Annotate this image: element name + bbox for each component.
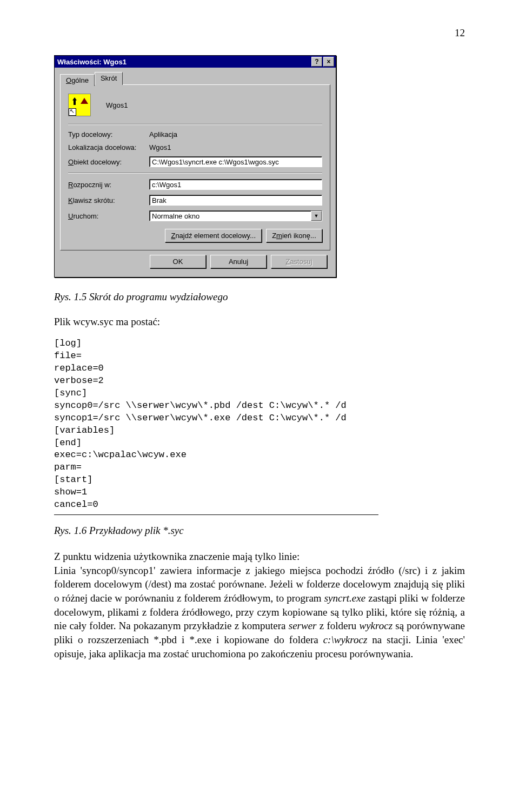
shortcut-overlay-icon bbox=[69, 108, 76, 116]
divider bbox=[68, 124, 322, 125]
app-icon bbox=[68, 94, 91, 116]
properties-dialog-screenshot: Właściwości: Wgos1 ? × Ogólne Skrót Wgos… bbox=[54, 55, 465, 278]
app-name-label: Wgos1 bbox=[106, 101, 128, 109]
intro-line: Plik wcyw.syc ma postać: bbox=[54, 316, 465, 328]
tab-panel-shortcut: Wgos1 Typ docelowy: Aplikacja Lokalizacj… bbox=[60, 84, 330, 250]
target-location-value: Wgos1 bbox=[149, 143, 171, 151]
start-in-label: Rozpocznij w: bbox=[68, 181, 149, 189]
target-object-label: Obiekt docelowy: bbox=[68, 158, 149, 166]
target-type-label: Typ docelowy: bbox=[68, 130, 149, 138]
close-button[interactable]: × bbox=[323, 57, 334, 67]
change-icon-button[interactable]: Zmień ikonę... bbox=[266, 229, 322, 242]
window-title: Właściwości: Wgos1 bbox=[56, 58, 310, 66]
target-object-input[interactable] bbox=[149, 156, 322, 167]
figure-caption-1-6: Rys. 1.6 Przykładowy plik *.syc bbox=[54, 525, 465, 537]
figure-caption-1-5: Rys. 1.5 Skrót do programu wydziałowego bbox=[54, 291, 465, 303]
target-type-value: Aplikacja bbox=[149, 130, 177, 138]
help-button[interactable]: ? bbox=[311, 57, 322, 67]
divider bbox=[68, 173, 322, 174]
tab-general[interactable]: Ogólne bbox=[60, 74, 95, 86]
run-select-value: Normalne okno bbox=[150, 211, 311, 221]
shortcut-key-input[interactable] bbox=[149, 195, 322, 206]
find-target-button[interactable]: Znajdź element docelowy... bbox=[165, 229, 262, 242]
run-label: Uruchom: bbox=[68, 212, 149, 220]
cancel-button[interactable]: Anuluj bbox=[210, 255, 267, 268]
page-number: 12 bbox=[54, 27, 465, 39]
target-location-label: Lokalizacja docelowa: bbox=[68, 143, 149, 151]
ok-button[interactable]: OK bbox=[150, 255, 206, 268]
tab-strip: Ogólne Skrót bbox=[60, 72, 330, 85]
code-divider bbox=[54, 514, 378, 515]
tab-shortcut[interactable]: Skrót bbox=[95, 72, 123, 85]
titlebar: Właściwości: Wgos1 ? × bbox=[55, 56, 336, 68]
syc-file-listing: [log] file= replace=0 verbose=2 [sync] s… bbox=[54, 338, 465, 511]
chevron-down-icon[interactable]: ▼ bbox=[311, 211, 322, 221]
run-select[interactable]: Normalne okno ▼ bbox=[149, 210, 322, 221]
shortcut-key-label: Klawisz skrótu: bbox=[68, 196, 149, 204]
explanation-paragraph: Z punktu widzenia użytkownika znaczenie … bbox=[54, 550, 465, 661]
start-in-input[interactable] bbox=[149, 179, 322, 190]
apply-button: Zastosuj bbox=[271, 255, 327, 268]
